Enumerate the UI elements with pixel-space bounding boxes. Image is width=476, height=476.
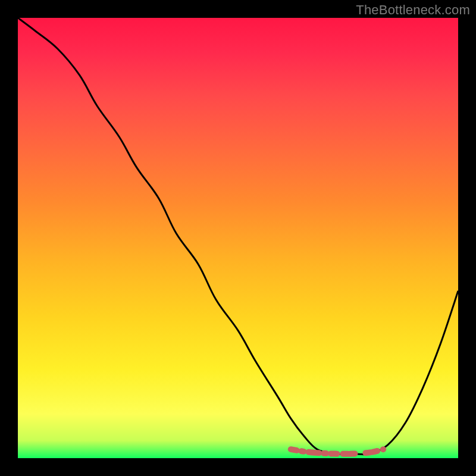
watermark-text: TheBottleneck.com — [356, 2, 470, 18]
bottleneck-chart — [18, 18, 458, 458]
plot-area — [18, 18, 458, 458]
chart-frame: TheBottleneck.com — [0, 0, 476, 476]
